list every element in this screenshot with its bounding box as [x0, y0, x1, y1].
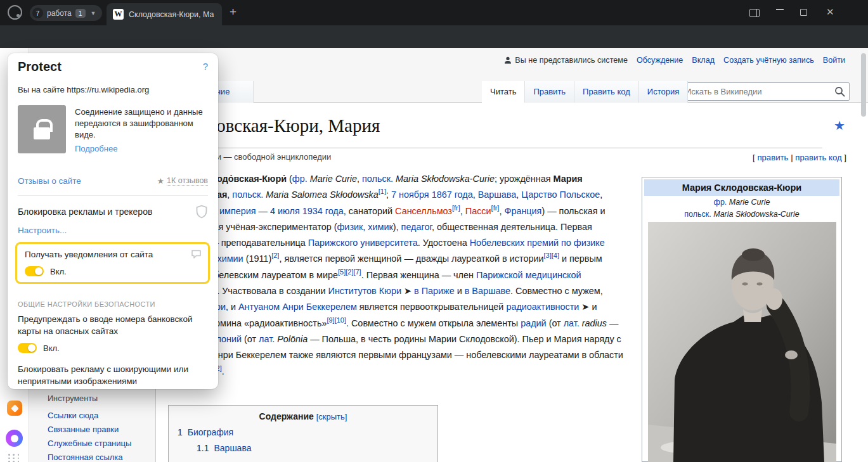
- side-panel-icon[interactable]: [749, 9, 760, 17]
- tools-link-permanent[interactable]: Постоянная ссылка: [48, 452, 123, 462]
- tools-link-special[interactable]: Служебные страницы: [48, 439, 131, 448]
- tab-history[interactable]: История: [639, 81, 688, 103]
- star-icon: ★: [157, 176, 164, 186]
- tab-group-label: работа: [47, 9, 72, 18]
- chevron-down-icon: ▼: [91, 10, 96, 16]
- watch-star-icon[interactable]: ★: [834, 118, 845, 133]
- toc-header: Содержание [скрыть]: [169, 411, 437, 421]
- minimize-button[interactable]: [776, 4, 784, 10]
- active-tab[interactable]: W Склодовская-Кюри, Ма: [107, 3, 222, 25]
- protect-popup: Protect ? Вы на сайте https://ru.wikiped…: [8, 53, 218, 389]
- divider: [18, 195, 208, 196]
- card-warning-state: Вкл.: [43, 343, 60, 353]
- tab-group-badge: 1: [75, 9, 86, 18]
- close-button[interactable]: ✕: [826, 6, 834, 18]
- tab-bar: 7 работа 1 ▼ W Склодовская-Кюри, Ма + ✕: [0, 0, 868, 25]
- adblock-label: Блокировка рекламы и трекеров: [18, 207, 152, 217]
- secure-text: Соединение защищено и данные передаются …: [75, 106, 204, 141]
- site-reviews-link[interactable]: Отзывы о сайте: [18, 176, 81, 186]
- edit-source-link[interactable]: править код: [795, 153, 841, 162]
- comment-icon: [191, 249, 202, 262]
- search-input[interactable]: [680, 82, 850, 101]
- user-icon: [504, 56, 512, 64]
- tab-edit[interactable]: Править: [525, 81, 574, 103]
- notifications-state: Вкл.: [50, 267, 67, 276]
- table-of-contents: Содержание [скрыть] 1Биография 1.1Варшав…: [168, 405, 438, 462]
- pl-label-link[interactable]: польск.: [684, 210, 711, 219]
- alice-icon[interactable]: [6, 430, 23, 447]
- personal-link-login[interactable]: Войти: [823, 56, 845, 65]
- services-icon[interactable]: [7, 401, 22, 416]
- toc-item[interactable]: 1Биография: [178, 427, 437, 437]
- portrait-image[interactable]: [648, 222, 836, 462]
- tab-edit-source[interactable]: Править код: [574, 81, 639, 103]
- search-icon[interactable]: [834, 86, 845, 97]
- infobox-name-pl: польск. Maria Skłodowska-Curie: [644, 208, 839, 220]
- site-line: Вы на сайте https://ru.wikipedia.org: [18, 85, 149, 94]
- infobox: Мария Склодовская-Кюри фр. Marie Curie п…: [642, 177, 842, 462]
- tools-link-related[interactable]: Связанные правки: [48, 425, 119, 434]
- dots-grid-icon[interactable]: [8, 454, 20, 462]
- wiki-search: [680, 82, 850, 101]
- new-tab-button[interactable]: +: [230, 5, 236, 19]
- title-underline: [168, 148, 822, 148]
- notifications-label: Получать уведомления от сайта: [25, 250, 153, 259]
- personal-link-talk[interactable]: Обсуждение: [637, 56, 683, 65]
- infobox-name-fr: фр. Marie Curie: [644, 196, 839, 208]
- edit-link[interactable]: править: [757, 153, 788, 162]
- personal-link-contribs[interactable]: Вклад: [692, 56, 715, 65]
- help-link[interactable]: ?: [203, 61, 208, 72]
- tools-header: Инструменты: [48, 394, 98, 403]
- tab-read[interactable]: Читать: [482, 81, 525, 103]
- protect-title: Protect: [18, 60, 62, 74]
- card-warning-label: Предупреждать о вводе номера банковской …: [18, 313, 204, 337]
- secure-lock-icon: [18, 105, 66, 153]
- configure-link[interactable]: Настроить...: [18, 226, 67, 235]
- view-tabs: Читать Править Править код История: [482, 81, 688, 103]
- reviews-count[interactable]: ★ 1К отзывов: [157, 176, 208, 186]
- infobox-title: Мария Склодовская-Кюри: [644, 179, 839, 196]
- lead-paragraph: Мари́я Склодо́вская-Кюри́ (фр. Marie Cur…: [168, 171, 626, 380]
- tab-group[interactable]: 7 работа 1 ▼: [30, 5, 102, 21]
- card-warning-toggle[interactable]: [18, 343, 37, 353]
- browser-logo-icon[interactable]: [8, 5, 22, 20]
- shock-ads-label: Блокировать рекламу с шокирующими или не…: [18, 363, 207, 387]
- address-bar: ← ↻ https://ru.wikipedia.org/wiki/Склодо…: [0, 25, 868, 48]
- toc-item[interactable]: 1.1Варшава: [197, 443, 437, 453]
- page-scrollbar[interactable]: [861, 53, 866, 117]
- wikipedia-favicon: W: [113, 9, 124, 20]
- tools-link-whatlinkshere[interactable]: Ссылки сюда: [48, 411, 98, 420]
- personal-bar: Вы не представились системе Обсуждение В…: [504, 56, 845, 65]
- personal-link-create-account[interactable]: Создать учётную запись: [723, 56, 814, 65]
- toc-hide-link[interactable]: [скрыть]: [316, 412, 347, 421]
- fr-label-link[interactable]: фр.: [714, 198, 727, 207]
- maximize-button[interactable]: [800, 9, 807, 16]
- security-section-header: ОБЩИЕ НАСТРОЙКИ БЕЗОПАСНОСТИ: [18, 300, 155, 308]
- notifications-box: Получать уведомления от сайта Вкл.: [15, 242, 210, 284]
- details-link[interactable]: Подробнее: [75, 144, 117, 153]
- edit-links: [ править | править код ]: [753, 153, 846, 162]
- tab-group-count: 7: [32, 8, 43, 18]
- login-status: Вы не представились системе: [504, 56, 628, 65]
- shield-icon: [195, 205, 208, 221]
- notifications-toggle[interactable]: [25, 266, 44, 276]
- tab-title: Склодовская-Кюри, Ма: [129, 10, 214, 19]
- browser-window: 7 работа 1 ▼ W Склодовская-Кюри, Ма + ✕ …: [0, 0, 868, 462]
